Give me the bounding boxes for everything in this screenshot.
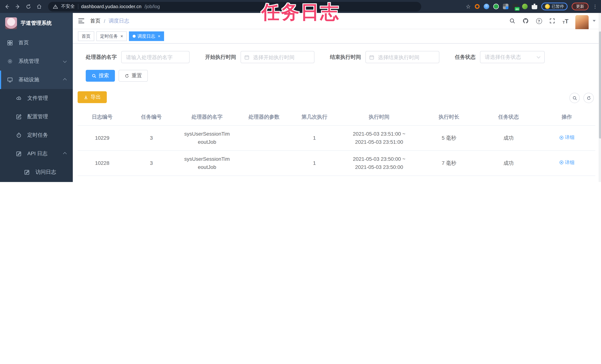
sidebar-item-access-log[interactable]: 访问日志 xyxy=(0,163,73,182)
cell-handler-param xyxy=(238,175,290,182)
detail-link[interactable]: 详细 xyxy=(559,159,575,166)
timer-icon xyxy=(16,132,22,138)
export-button[interactable]: 导出 xyxy=(78,91,107,103)
scrollbar-thumb[interactable] xyxy=(599,31,601,139)
col-job-id: 任务编号 xyxy=(127,109,176,125)
paused-profile-pill[interactable]: 已暂停 xyxy=(541,3,568,10)
close-icon[interactable]: × xyxy=(158,34,160,39)
font-size-icon[interactable]: TT xyxy=(562,17,569,24)
hamburger-icon[interactable] xyxy=(78,19,84,23)
eye-icon xyxy=(559,135,564,140)
filter-job-status: 任务状态 请选择任务状态 xyxy=(455,51,545,63)
not-secure-warning-icon[interactable] xyxy=(53,4,58,9)
close-icon[interactable]: × xyxy=(120,34,123,39)
search-icon xyxy=(572,96,577,100)
extension-blue-icon[interactable] xyxy=(484,4,489,9)
sidebar-item-label: 首页 xyxy=(19,40,29,46)
table-header-row: 日志编号 任务编号 处理器的名字 处理器的参数 第几次执行 执行时间 执行时长 … xyxy=(78,109,595,125)
cell-log-id: 10228 xyxy=(78,151,127,176)
extension-leaf-icon[interactable] xyxy=(522,4,528,9)
sidebar-item-label: 基础设施 xyxy=(19,77,39,83)
breadcrumb: 首页 / 调度日志 xyxy=(90,18,129,24)
reset-button[interactable]: 重置 xyxy=(119,70,148,82)
table-body: 10229 3 sysUserSessionTim eoutJob 1 2021… xyxy=(78,125,595,182)
tab-job-log[interactable]: 调度日志 × xyxy=(129,31,164,41)
toggle-search-button[interactable] xyxy=(569,93,580,103)
back-icon[interactable] xyxy=(4,3,10,10)
cell-actions: 详细 xyxy=(538,175,595,182)
sidebar-item-label: 配置管理 xyxy=(27,113,48,120)
app-title: 芋道管理系统 xyxy=(21,20,52,27)
start-time-input[interactable] xyxy=(240,51,314,63)
reload-icon[interactable] xyxy=(25,3,32,10)
job-status-select[interactable]: 请选择任务状态 xyxy=(480,51,545,63)
calendar-icon xyxy=(369,54,374,60)
filter-label: 处理器的名字 xyxy=(86,54,117,61)
detail-link[interactable]: 详细 xyxy=(559,134,575,142)
logo-row[interactable]: 芋道管理系统 xyxy=(0,13,73,34)
refresh-table-button[interactable] xyxy=(583,93,594,103)
extension-orange-icon[interactable] xyxy=(475,4,480,9)
extension-on-badge: on xyxy=(515,7,520,11)
sidebar-item-error-log[interactable]: 错误日志 xyxy=(0,182,73,182)
url-bar[interactable]: 不安全 dashboard.yudao.iocoder.cn/job/log xyxy=(48,2,421,11)
github-icon[interactable] xyxy=(522,17,529,24)
help-icon[interactable]: ? xyxy=(535,17,542,24)
url-path: /job/log xyxy=(144,4,160,9)
sidebar-item-system[interactable]: 系统管理 xyxy=(0,52,73,71)
handler-name-input[interactable] xyxy=(121,51,190,63)
breadcrumb-home[interactable]: 首页 xyxy=(90,18,100,24)
extension-green-circle-icon[interactable] xyxy=(493,4,499,9)
end-time-input[interactable] xyxy=(365,51,439,63)
sidebar-item-scheduled-jobs[interactable]: 定时任务 xyxy=(0,126,73,144)
search-icon[interactable] xyxy=(509,17,516,24)
extensions-puzzle-icon[interactable] xyxy=(532,4,537,9)
col-handler-name: 处理器的名字 xyxy=(176,109,238,125)
chevron-up-icon xyxy=(63,152,67,156)
tab-scheduled-jobs[interactable]: 定时任务 × xyxy=(96,31,127,41)
cell-handler-name: sysUserSessionTim eoutJob xyxy=(176,125,238,151)
filter-label: 开始执行时间 xyxy=(205,54,236,61)
page-content: 处理器的名字 开始执行时间 结束执行时间 xyxy=(73,44,601,182)
cloud-upload-icon xyxy=(16,95,22,101)
search-button[interactable]: 搜索 xyxy=(86,70,115,82)
sidebar-item-api-log[interactable]: API 日志 xyxy=(0,144,73,163)
forward-icon[interactable] xyxy=(14,3,21,10)
dashboard-icon xyxy=(7,40,13,46)
fullscreen-icon[interactable] xyxy=(549,17,556,24)
tab-label: 定时任务 xyxy=(100,33,118,39)
sidebar-item-home[interactable]: 首页 xyxy=(0,34,73,52)
breadcrumb-separator: / xyxy=(104,18,105,24)
sidebar-item-infrastructure[interactable]: 基础设施 xyxy=(0,71,73,89)
cell-status: 成功 xyxy=(479,151,538,176)
navbar-actions: ? TT xyxy=(509,11,596,30)
extension-dark-icon[interactable]: on xyxy=(512,4,518,9)
table-toolbar: 导出 xyxy=(78,82,595,103)
bookmark-star-icon[interactable]: ☆ xyxy=(466,3,471,10)
filter-start-time: 开始执行时间 xyxy=(205,51,314,63)
url-divider xyxy=(78,4,78,9)
col-actions: 操作 xyxy=(538,109,595,125)
table-utility-buttons xyxy=(569,93,594,103)
update-button[interactable]: 更新 xyxy=(572,3,589,10)
browser-menu-icon[interactable]: ⋮ xyxy=(593,4,598,9)
home-icon[interactable] xyxy=(36,3,42,10)
page-scrollbar[interactable] xyxy=(599,13,601,182)
cell-exec-index: 1 xyxy=(290,175,339,182)
sidebar-item-file-management[interactable]: 文件管理 xyxy=(0,89,73,108)
cell-exec-time: 2021-05-03 23:51:00 ~ 2021-05-03 23:51:0… xyxy=(339,125,419,151)
tab-home[interactable]: 首页 xyxy=(78,31,94,41)
refresh-icon xyxy=(125,73,129,78)
table-row: 10229 3 sysUserSessionTim eoutJob 1 2021… xyxy=(78,125,595,151)
edit-icon xyxy=(16,114,22,120)
edit-square-icon xyxy=(16,151,22,157)
avatar-caret-icon[interactable] xyxy=(593,20,596,22)
extension-grid-icon[interactable] xyxy=(503,4,509,9)
not-secure-label: 不安全 xyxy=(61,3,75,10)
logo-avatar xyxy=(5,17,17,29)
cell-log-id: 10229 xyxy=(78,125,127,151)
sidebar-item-config-management[interactable]: 配置管理 xyxy=(0,108,73,126)
sidebar-item-label: 文件管理 xyxy=(27,95,48,102)
cell-duration: 7 毫秒 xyxy=(419,175,479,182)
user-avatar[interactable] xyxy=(575,15,589,30)
